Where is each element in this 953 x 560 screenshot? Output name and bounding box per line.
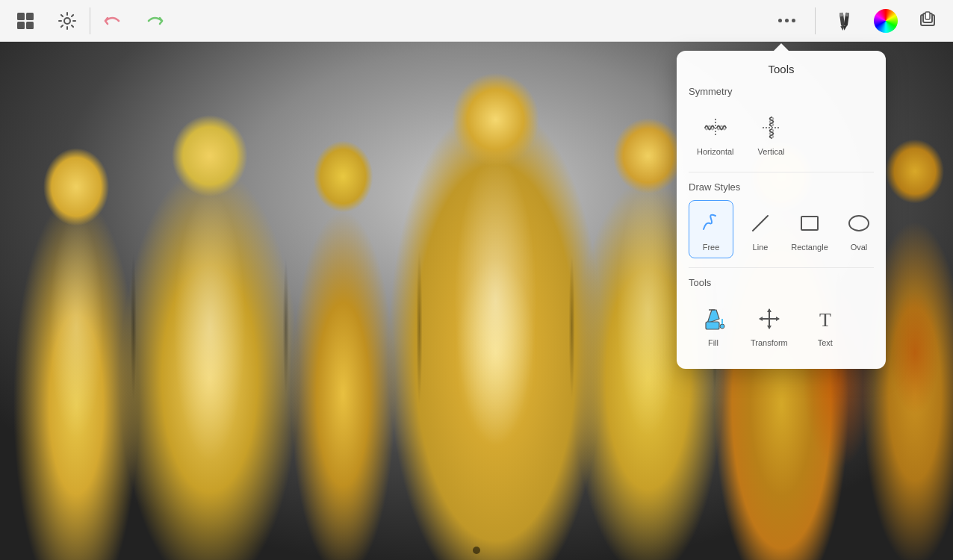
svg-point-4: [64, 18, 70, 24]
toolbar-right: [773, 7, 941, 34]
svg-marker-23: [767, 308, 772, 312]
tool-vertical-symmetry[interactable]: Vertical: [747, 105, 796, 163]
tool-rectangle-draw[interactable]: Rectangle: [787, 200, 832, 258]
tool-oval-draw[interactable]: Oval: [836, 200, 881, 258]
svg-rect-0: [17, 13, 25, 20]
undo-button[interactable]: [99, 7, 126, 34]
symmetry-tools-grid: Horizontal Vertical: [689, 105, 874, 163]
fill-icon-area: [697, 302, 730, 335]
tool-text[interactable]: T Text: [801, 296, 850, 354]
svg-text:T: T: [819, 309, 831, 331]
toolbar-divider: [90, 7, 90, 34]
svg-rect-2: [17, 22, 25, 29]
svg-rect-1: [26, 13, 34, 20]
transform-icon-area: [753, 302, 786, 335]
fill-icon: [697, 302, 730, 335]
tool-horizontal-symmetry[interactable]: Horizontal: [689, 105, 742, 163]
oval-draw-icon-area: [842, 207, 875, 240]
line-draw-icon-area: [744, 207, 777, 240]
toolbar-right-divider: [815, 7, 816, 34]
svg-marker-26: [776, 317, 780, 321]
text-icon: T: [809, 302, 842, 335]
transform-icon: [753, 302, 786, 335]
color-wheel-button[interactable]: [872, 7, 899, 34]
more-button[interactable]: [773, 7, 800, 34]
canvas-dot-indicator: [473, 547, 480, 554]
toolbar: [0, 0, 953, 42]
svg-point-18: [849, 216, 869, 231]
svg-rect-13: [925, 12, 930, 19]
rectangle-draw-icon: [793, 207, 826, 240]
tool-line-draw[interactable]: Line: [738, 200, 783, 258]
line-draw-icon: [744, 207, 777, 240]
svg-point-20: [720, 324, 724, 329]
oval-draw-icon: [842, 207, 875, 240]
more-dots-icon: [778, 19, 795, 22]
text-icon-area: T: [809, 302, 842, 335]
draw-styles-section-label: Draw Styles: [689, 181, 874, 193]
svg-rect-3: [26, 22, 34, 29]
svg-rect-19: [706, 322, 719, 329]
tool-free-draw[interactable]: Free: [689, 200, 733, 258]
rectangle-draw-icon-area: [793, 207, 826, 240]
svg-rect-17: [801, 217, 818, 230]
fill-label: Fill: [708, 338, 718, 347]
rectangle-draw-label: Rectangle: [791, 243, 828, 252]
divider-1: [689, 172, 874, 172]
oval-draw-label: Oval: [851, 243, 868, 252]
horizontal-symmetry-label: Horizontal: [697, 147, 734, 156]
vertical-symmetry-label: Vertical: [757, 147, 784, 156]
gallery-button[interactable]: [12, 7, 39, 34]
tools-panel: Tools Symmetry Horizontal: [677, 51, 886, 369]
horizontal-symmetry-icon: [699, 111, 732, 144]
svg-marker-24: [767, 326, 772, 329]
transform-label: Transform: [751, 338, 788, 347]
line-draw-label: Line: [753, 243, 769, 252]
svg-rect-7: [839, 12, 844, 16]
svg-line-16: [753, 216, 768, 231]
toolbar-center: [99, 7, 168, 34]
toolbar-left: [12, 7, 81, 34]
vertical-symmetry-icon: [755, 111, 788, 144]
panel-title: Tools: [689, 63, 874, 75]
share-button[interactable]: [914, 7, 941, 34]
brush-button[interactable]: [831, 7, 857, 34]
horizontal-symmetry-icon-area: [699, 111, 732, 144]
redo-button[interactable]: [141, 7, 168, 34]
text-label: Text: [818, 338, 833, 347]
extra-tools-grid: Fill Transform T: [689, 296, 874, 354]
svg-marker-25: [759, 317, 763, 321]
symmetry-section-label: Symmetry: [689, 86, 874, 97]
settings-button[interactable]: [54, 7, 81, 34]
tools-section-label: Tools: [689, 277, 874, 288]
svg-rect-10: [845, 12, 850, 16]
free-draw-icon-area: [695, 207, 727, 240]
color-wheel-icon: [874, 9, 898, 33]
draw-styles-grid: Free Line Rectangle: [689, 200, 874, 258]
tool-fill[interactable]: Fill: [689, 296, 738, 354]
free-draw-icon: [695, 207, 727, 240]
free-draw-label: Free: [703, 243, 720, 252]
divider-2: [689, 267, 874, 268]
tool-transform[interactable]: Transform: [742, 296, 796, 354]
vertical-symmetry-icon-area: [755, 111, 788, 144]
